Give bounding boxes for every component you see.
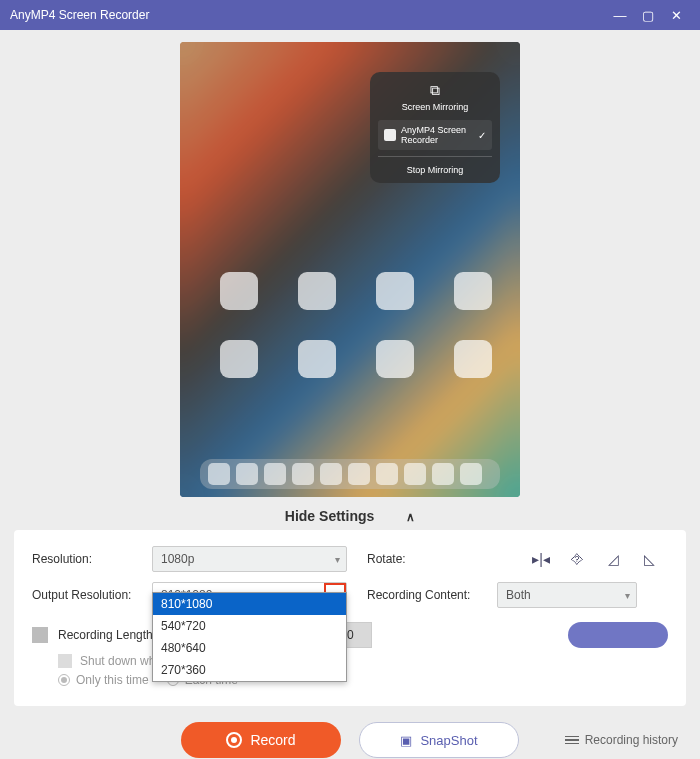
flip-vertical-icon[interactable]: ⯑ xyxy=(568,551,586,567)
recording-content-select[interactable]: Both ▾ xyxy=(497,582,637,608)
mirror-device-name: AnyMP4 Screen Recorder xyxy=(401,125,478,145)
resolution-value: 1080p xyxy=(161,552,194,566)
record-button[interactable]: Record xyxy=(181,722,341,758)
output-resolution-label: Output Resolution: xyxy=(32,588,152,602)
mirror-title: Screen Mirroring xyxy=(378,102,492,112)
dock-app xyxy=(432,463,454,485)
app-icon xyxy=(298,340,336,378)
title-bar: AnyMP4 Screen Recorder — ▢ ✕ xyxy=(0,0,700,30)
recording-length-checkbox[interactable] xyxy=(32,627,48,643)
hide-settings-label: Hide Settings xyxy=(285,508,374,524)
dock-app xyxy=(320,463,342,485)
recording-history-label: Recording history xyxy=(585,733,678,747)
dock-app xyxy=(404,463,426,485)
device-preview: ⧉ Screen Mirroring AnyMP4 Screen Recorde… xyxy=(180,42,520,497)
screen-mirroring-panel: ⧉ Screen Mirroring AnyMP4 Screen Recorde… xyxy=(370,72,500,183)
rotate-left-icon[interactable]: ◿ xyxy=(604,551,622,567)
preview-area: ⧉ Screen Mirroring AnyMP4 Screen Recorde… xyxy=(0,30,700,500)
dropdown-option[interactable]: 270*360 xyxy=(153,659,346,681)
app-icon xyxy=(220,272,258,310)
recording-content-label: Recording Content: xyxy=(367,588,497,602)
chevron-down-icon: ▾ xyxy=(335,554,340,565)
chevron-up-icon: ∧ xyxy=(406,510,415,524)
app-icon xyxy=(376,272,414,310)
dropdown-option[interactable]: 480*640 xyxy=(153,637,346,659)
output-resolution-dropdown[interactable]: 810*1080 540*720 480*640 270*360 xyxy=(152,592,347,682)
app-icon xyxy=(220,340,258,378)
stop-mirroring-button[interactable]: Stop Mirroring xyxy=(378,156,492,175)
close-icon[interactable]: ✕ xyxy=(662,1,690,29)
mirror-icon: ⧉ xyxy=(378,82,492,99)
list-icon xyxy=(565,736,579,745)
app-icon xyxy=(454,340,492,378)
dock-app xyxy=(264,463,286,485)
shutdown-checkbox[interactable] xyxy=(58,654,72,668)
recording-history-link[interactable]: Recording history xyxy=(565,733,678,747)
record-icon xyxy=(226,732,242,748)
snapshot-button[interactable]: ▣ SnapShot xyxy=(359,722,519,758)
record-label: Record xyxy=(250,732,295,748)
hide-settings-toggle[interactable]: Hide Settings ∧ xyxy=(0,500,700,530)
app-icon xyxy=(376,340,414,378)
camera-icon: ▣ xyxy=(400,733,412,748)
resolution-select[interactable]: 1080p ▾ xyxy=(152,546,347,572)
recording-length-label: Recording Length xyxy=(58,628,153,642)
dock-app xyxy=(292,463,314,485)
minimize-icon[interactable]: — xyxy=(606,1,634,29)
chevron-down-icon: ▾ xyxy=(625,590,630,601)
only-this-time-label: Only this time xyxy=(76,673,149,687)
dropdown-option[interactable]: 540*720 xyxy=(153,615,346,637)
flip-horizontal-icon[interactable]: ▸|◂ xyxy=(532,551,550,567)
rotate-label: Rotate: xyxy=(367,552,497,566)
app-title: AnyMP4 Screen Recorder xyxy=(10,8,149,22)
settings-panel: Resolution: 1080p ▾ Rotate: ▸|◂ ⯑ ◿ ◺ Ou… xyxy=(14,530,686,706)
dock-app xyxy=(348,463,370,485)
app-icon xyxy=(298,272,336,310)
mirror-device-item[interactable]: AnyMP4 Screen Recorder xyxy=(378,120,492,150)
dock-app xyxy=(208,463,230,485)
checkmark-icon xyxy=(478,130,486,141)
bottom-bar: Record ▣ SnapShot Recording history xyxy=(0,706,700,759)
only-this-time-radio[interactable] xyxy=(58,674,70,686)
dock-app xyxy=(460,463,482,485)
dropdown-option[interactable]: 810*1080 xyxy=(153,593,346,615)
maximize-icon[interactable]: ▢ xyxy=(634,1,662,29)
app-icon xyxy=(454,272,492,310)
recording-content-value: Both xyxy=(506,588,531,602)
snapshot-label: SnapShot xyxy=(420,733,477,748)
dock xyxy=(200,459,500,489)
rotate-right-icon[interactable]: ◺ xyxy=(640,551,658,567)
resolution-label: Resolution: xyxy=(32,552,152,566)
dock-app xyxy=(236,463,258,485)
dock-app xyxy=(376,463,398,485)
modify-button[interactable] xyxy=(568,622,668,648)
